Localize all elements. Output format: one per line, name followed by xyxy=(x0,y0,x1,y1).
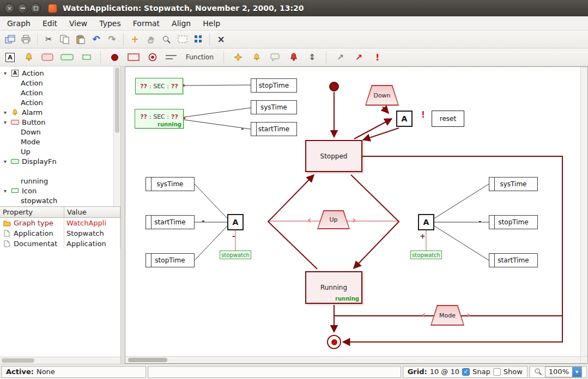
data-store[interactable]: sysTime xyxy=(489,177,538,191)
data-store[interactable]: startTime xyxy=(251,122,297,136)
left-panel-hscrollbar[interactable] xyxy=(0,357,120,364)
tree-item-alarm[interactable]: ▾Alarm xyxy=(0,107,113,117)
tree-item-running[interactable]: running xyxy=(0,176,113,186)
function-selector[interactable]: Function xyxy=(183,50,216,64)
copy-button[interactable] xyxy=(58,32,71,46)
up-button-node[interactable]: Up xyxy=(317,210,350,229)
exception-tool[interactable]: ! xyxy=(371,50,384,64)
resize-tool[interactable]: ⇕ xyxy=(305,50,319,64)
snap-checkbox[interactable]: ✓ xyxy=(462,368,470,376)
zoom-select[interactable]: 100% ▾ xyxy=(545,366,582,377)
action-tool[interactable]: A xyxy=(3,50,17,64)
menu-edit[interactable]: Edit xyxy=(37,17,63,30)
data-store[interactable]: startTime xyxy=(146,215,195,229)
minimize-button[interactable] xyxy=(17,3,28,14)
expander-icon[interactable]: ▾ xyxy=(2,158,8,164)
diagram-canvas[interactable]: ??: SEC :?? ??: SEC :?? running stopTime… xyxy=(125,67,580,356)
property-column-header[interactable]: Property xyxy=(0,207,64,217)
left-panel-hscrollbar-thumb[interactable] xyxy=(2,358,34,363)
show-checkbox[interactable] xyxy=(493,368,501,376)
expander-icon[interactable]: ▾ xyxy=(2,119,8,125)
undo-button[interactable]: ↶ xyxy=(89,32,103,46)
value-column-header[interactable]: Value xyxy=(64,207,120,217)
stopwatch-icon-node[interactable]: stopwatch xyxy=(410,250,442,259)
canvas-hscrollbar-thumb[interactable] xyxy=(128,358,167,362)
tree-item-action-child[interactable]: Action xyxy=(0,88,113,97)
tree-item-icon[interactable]: ▾Icon xyxy=(0,186,113,195)
display-node-stoptime[interactable]: ??: SEC :?? xyxy=(135,78,183,94)
comment-tool[interactable] xyxy=(268,50,282,64)
icon-tool[interactable] xyxy=(80,50,93,64)
delete-button[interactable]: × xyxy=(214,32,228,46)
stopwatch-icon-node[interactable]: stopwatch xyxy=(220,250,251,259)
mode-button-node[interactable]: Mode xyxy=(431,305,464,326)
final-state-tool[interactable] xyxy=(146,50,159,64)
zoom-button[interactable] xyxy=(160,32,173,46)
expander-icon[interactable]: ▾ xyxy=(2,188,8,194)
type-tree[interactable]: ▾AAction Action Action Action ▾Alarm ▾Bu… xyxy=(0,66,120,207)
reset-function-node[interactable]: reset xyxy=(432,111,464,127)
alert-tool[interactable] xyxy=(287,50,300,64)
add-node-button[interactable]: + xyxy=(128,32,142,46)
tree-item-displayfn[interactable]: ▾DisplayFn xyxy=(0,156,113,166)
state-node-stopped[interactable]: Stopped xyxy=(305,140,362,172)
menu-help[interactable]: Help xyxy=(197,17,226,30)
tree-scrollbar[interactable] xyxy=(113,66,120,206)
alarm-small-tool[interactable] xyxy=(250,50,263,64)
tree-item-mode[interactable]: Mode xyxy=(0,137,113,146)
canvas-hscrollbar[interactable] xyxy=(125,356,580,363)
menu-graph[interactable]: Graph xyxy=(1,17,37,30)
data-store[interactable]: sysTime xyxy=(146,177,195,191)
action-node-right[interactable]: A xyxy=(418,214,434,230)
titlebar[interactable]: × WatchApplication: Stopwatch, November … xyxy=(0,0,588,16)
tree-item-up[interactable]: Up xyxy=(0,146,113,156)
action-node-left[interactable]: A xyxy=(227,214,244,230)
zoom-dropdown-button[interactable]: ▾ xyxy=(572,367,581,377)
menu-align[interactable]: Align xyxy=(166,17,197,30)
connector-tool[interactable] xyxy=(164,50,178,64)
initial-state-tool[interactable] xyxy=(108,50,122,64)
expander-icon[interactable]: ▾ xyxy=(2,70,8,76)
maximize-button[interactable] xyxy=(31,3,41,14)
pan-button[interactable] xyxy=(144,32,157,46)
menu-types[interactable]: Types xyxy=(93,17,126,30)
tree-item-action[interactable]: ▾AAction xyxy=(0,68,113,78)
property-row-documentation[interactable]: Documentat Application xyxy=(0,239,120,249)
state-node-running[interactable]: Running running xyxy=(305,271,362,304)
print-button[interactable] xyxy=(19,32,33,46)
canvas-vscrollbar[interactable] xyxy=(580,67,587,356)
data-store[interactable]: sysTime xyxy=(251,100,297,114)
tree-scrollbar-thumb[interactable] xyxy=(115,68,119,133)
data-store[interactable]: stopTime xyxy=(251,78,297,93)
grid-button[interactable] xyxy=(191,32,205,46)
cut-button[interactable]: ✂ xyxy=(42,32,56,46)
data-store[interactable]: stopTime xyxy=(146,253,195,267)
button-tool[interactable] xyxy=(40,50,54,64)
tree-item-stopwatch[interactable]: stopwatch xyxy=(0,195,113,205)
decision-tool[interactable] xyxy=(231,50,245,64)
new-graph-button[interactable] xyxy=(3,32,17,46)
tree-item-action-child[interactable]: Action xyxy=(0,78,113,88)
display-node-running[interactable]: ??: SEC :?? running xyxy=(135,109,184,129)
property-header[interactable]: Property Value xyxy=(0,207,120,218)
tree-item-down[interactable]: Down xyxy=(0,127,113,137)
close-button[interactable]: × xyxy=(4,3,15,14)
data-store[interactable]: stopTime xyxy=(489,215,538,229)
action-node-reset[interactable]: A xyxy=(396,111,413,127)
down-button-node[interactable]: Down xyxy=(365,85,399,106)
redo-button[interactable]: ↷ xyxy=(105,32,119,46)
data-store[interactable]: startTime xyxy=(489,253,538,267)
initial-state-node[interactable] xyxy=(329,82,339,91)
tree-item-button[interactable]: ▾Button xyxy=(0,117,113,127)
expander-icon[interactable]: ▾ xyxy=(2,109,8,115)
edge-tool[interactable]: ↗ xyxy=(334,50,347,64)
menu-format[interactable]: Format xyxy=(127,17,166,30)
tree-item-blank[interactable] xyxy=(0,166,113,176)
display-tool[interactable] xyxy=(59,50,75,64)
final-state-node[interactable] xyxy=(327,335,341,349)
alarm-tool[interactable] xyxy=(22,50,35,64)
menu-view[interactable]: View xyxy=(63,17,93,30)
tree-item-action-child[interactable]: Action xyxy=(0,97,113,107)
transition-tool[interactable]: ↗ xyxy=(352,50,366,64)
paste-button[interactable] xyxy=(74,32,87,46)
